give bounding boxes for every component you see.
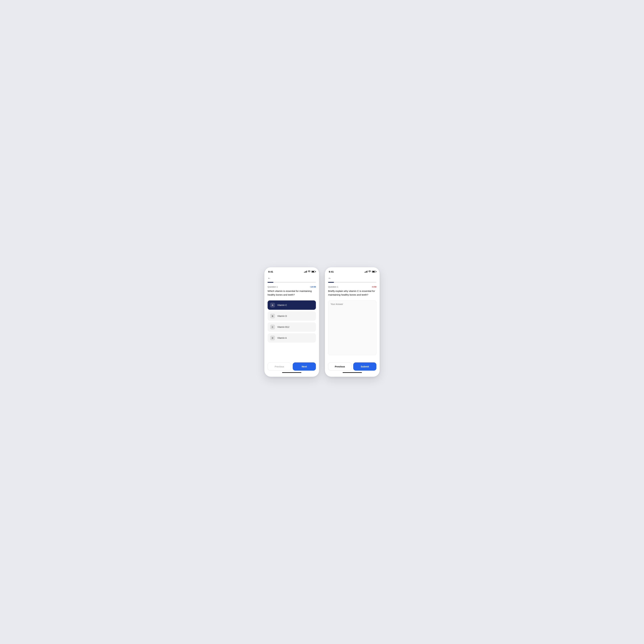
next-button-1[interactable]: Next: [293, 362, 316, 371]
timer-1: -14:59: [310, 286, 316, 288]
battery-icon-2: [372, 271, 376, 273]
option-b-text: Vitamin D: [277, 315, 287, 317]
progress-bar-1: [268, 282, 316, 283]
answer-textarea[interactable]: [328, 300, 376, 355]
bottom-bar-2: Previous Submit: [325, 360, 380, 371]
previous-button-1[interactable]: Previous: [268, 362, 291, 371]
question-text-1: Which vitamin is essential for maintaini…: [268, 289, 316, 297]
back-arrow-icon-2: ←: [328, 276, 331, 280]
question-header-1: Question 1 -14:59: [268, 286, 316, 288]
option-d-text: Vitamin A: [277, 337, 287, 339]
option-b-letter: B: [270, 314, 275, 318]
progress-fill-2: [328, 282, 334, 283]
question-label-1: Question 1: [268, 286, 278, 288]
status-time-1: 9:41: [268, 270, 273, 273]
option-d[interactable]: D Vitamin A: [268, 333, 316, 343]
status-icons-2: [365, 270, 376, 273]
status-time-2: 9:41: [329, 270, 334, 273]
option-d-letter: D: [270, 336, 275, 340]
phone-mcq: 9:41: [264, 267, 319, 377]
phone1-content: ← Question 1 -14:59 Which vitamin is ess…: [264, 275, 319, 360]
home-indicator-1: [282, 372, 301, 373]
back-button-2[interactable]: ←: [328, 275, 376, 282]
option-c-text: Vitamin B12: [277, 326, 289, 328]
option-a-text: Vitamin C: [277, 304, 287, 306]
signal-icon-1: [304, 271, 307, 273]
phone2-content: ← Question 1 -4:59 Briefly explain why v…: [325, 275, 380, 360]
status-icons-1: [304, 270, 315, 273]
option-c[interactable]: C Vitamin B12: [268, 322, 316, 332]
question-text-2: Briefly explain why vitamin C is essenti…: [328, 289, 376, 297]
options-list-1: A Vitamin C B Vitamin D C Vitamin B12 D …: [268, 300, 316, 343]
back-button-1[interactable]: ←: [268, 275, 316, 282]
status-bar-1: 9:41: [264, 267, 319, 275]
battery-icon-1: [311, 271, 315, 273]
wifi-icon-2: [368, 270, 371, 273]
wifi-icon-1: [308, 270, 310, 273]
option-a[interactable]: A Vitamin C: [268, 300, 316, 310]
submit-button[interactable]: Submit: [353, 362, 376, 371]
option-a-letter: A: [270, 303, 275, 308]
progress-bar-2: [328, 282, 376, 283]
timer-2: -4:59: [372, 286, 376, 288]
option-c-letter: C: [270, 325, 275, 329]
back-arrow-icon-1: ←: [268, 276, 271, 280]
question-label-2: Question 1: [328, 286, 338, 288]
progress-fill-1: [268, 282, 273, 283]
status-bar-2: 9:41: [325, 267, 380, 275]
home-indicator-2: [343, 372, 362, 373]
question-header-2: Question 1 -4:59: [328, 286, 376, 288]
signal-icon-2: [365, 271, 367, 273]
previous-button-2[interactable]: Previous: [328, 362, 352, 371]
screen-container: 9:41: [258, 258, 386, 386]
phone-short-answer: 9:41: [325, 267, 380, 377]
option-b[interactable]: B Vitamin D: [268, 311, 316, 321]
bottom-bar-1: Previous Next: [264, 360, 319, 371]
